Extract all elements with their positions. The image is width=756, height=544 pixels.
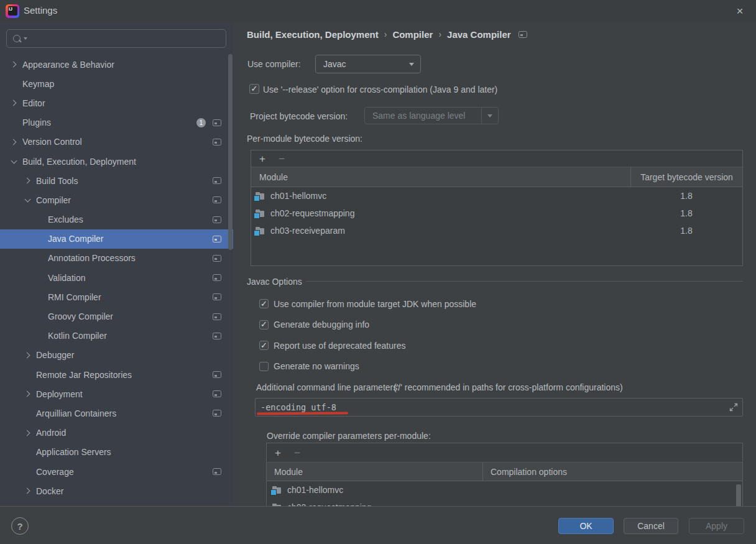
sidebar-item-keymap[interactable]: Keymap	[0, 74, 233, 93]
ide-setting-icon	[213, 119, 221, 126]
sidebar-item-rmi-compiler[interactable]: RMI Compiler	[0, 287, 233, 307]
check-icon: ✓	[260, 320, 267, 328]
table-row[interactable]: ch01-hellomvc1.8	[251, 187, 742, 205]
project-bytecode-value: Same as language level	[372, 111, 465, 121]
sidebar-item-debugger[interactable]: Debugger	[0, 346, 233, 365]
sidebar-item-validation[interactable]: Validation	[0, 268, 233, 287]
remove-button[interactable]: −	[279, 154, 285, 164]
table-row[interactable]: ch03-receiveparam1.8	[251, 222, 742, 239]
sidebar-item-annotation-processors[interactable]: Annotation Processors	[0, 249, 233, 268]
module-cell: ch03-receiveparam	[251, 226, 630, 236]
chevron-right-icon[interactable]	[22, 486, 32, 496]
checkbox-use-compiler-from-module-target-jdk-when-possible[interactable]: ✓	[259, 299, 269, 308]
sidebar-item-plugins[interactable]: Plugins1	[0, 113, 233, 132]
sidebar-item-editor[interactable]: Editor	[0, 93, 233, 113]
use-compiler-select[interactable]: Javac	[315, 55, 421, 73]
help-button[interactable]: ?	[11, 517, 29, 535]
chevron-right-icon[interactable]	[22, 350, 32, 360]
column-header-module[interactable]: Module	[251, 167, 630, 187]
javac-option-row: ✓Generate debugging info	[259, 315, 476, 336]
additional-params-value: -encoding utf-8	[256, 402, 336, 412]
column-header-module[interactable]: Module	[267, 463, 482, 481]
breadcrumb-item-java-compiler[interactable]: Java Compiler	[447, 29, 511, 40]
sidebar-item-coverage[interactable]: Coverage	[0, 462, 233, 481]
sidebar-item-android[interactable]: Android	[0, 423, 233, 443]
sidebar-item-label: Remote Jar Repositories	[36, 370, 132, 380]
dropdown-arrow-button	[481, 108, 498, 124]
java-compiler-page: Build, Execution, Deployment›Compiler›Ja…	[233, 22, 756, 506]
override-params-table: + − Module Compilation options ch01-hell…	[266, 443, 743, 506]
sidebar-item-label: Build Tools	[36, 176, 78, 186]
breadcrumb-item-build-execution-deployment[interactable]: Build, Execution, Deployment	[247, 29, 379, 40]
chevron-right-icon[interactable]	[9, 137, 19, 147]
chevron-right-icon[interactable]	[22, 428, 32, 438]
chevron-right-icon[interactable]	[9, 60, 19, 70]
chevron-right-icon	[9, 79, 19, 89]
sidebar-item-deployment[interactable]: Deployment	[0, 384, 233, 403]
table-row[interactable]: ch02-requestmapping1.8	[251, 205, 742, 222]
sidebar-item-label: Keymap	[22, 79, 54, 89]
remove-button[interactable]: −	[294, 448, 300, 458]
chevron-right-icon[interactable]	[22, 176, 32, 186]
target-version-cell: 1.8	[630, 191, 742, 201]
module-icon	[254, 209, 265, 218]
table-toolbar: + −	[251, 150, 742, 167]
breadcrumb-separator-icon: ›	[384, 29, 387, 39]
column-header-target-version[interactable]: Target bytecode version	[630, 167, 742, 187]
apply-button[interactable]: Apply	[689, 518, 744, 534]
target-version-value: 1.8	[680, 208, 692, 218]
javac-option-label: Generate no warnings	[274, 361, 359, 371]
sidebar-item-excludes[interactable]: Excludes	[0, 210, 233, 229]
release-option-checkbox[interactable]: ✓	[249, 84, 259, 94]
chevron-right-icon[interactable]	[9, 98, 19, 108]
close-icon[interactable]: ×	[733, 4, 747, 18]
sidebar-item-appearance-behavior[interactable]: Appearance & Behavior	[0, 55, 233, 74]
chevron-down-icon[interactable]	[22, 195, 32, 205]
ok-button[interactable]: OK	[558, 518, 614, 534]
checkbox-generate-no-warnings[interactable]	[259, 362, 269, 371]
search-input[interactable]	[6, 29, 226, 48]
sidebar-item-label: Kotlin Compiler	[48, 331, 107, 341]
sidebar-item-label: Docker	[36, 486, 63, 496]
sidebar-item-java-compiler[interactable]: Java Compiler	[0, 229, 233, 249]
chevron-right-icon[interactable]	[22, 389, 32, 399]
sidebar-item-label: Java Compiler	[48, 234, 103, 244]
table-row[interactable]: ch02-requestmapping	[267, 499, 742, 506]
sidebar-item-label: Debugger	[36, 350, 75, 360]
sidebar-item-build-tools[interactable]: Build Tools	[0, 171, 233, 190]
chevron-down-icon[interactable]	[9, 157, 19, 167]
sidebar-item-application-servers[interactable]: Application Servers	[0, 443, 233, 462]
check-icon: ✓	[260, 300, 267, 308]
expand-icon[interactable]	[729, 403, 738, 412]
sidebar-item-build-execution-deployment[interactable]: Build, Execution, Deployment	[0, 152, 233, 171]
table-row[interactable]: ch01-hellomvc	[267, 481, 742, 499]
sidebar-item-compiler[interactable]: Compiler	[0, 190, 233, 210]
add-button[interactable]: +	[259, 154, 265, 164]
title-bar: IJ Settings ×	[0, 0, 756, 22]
ide-setting-icon	[213, 410, 221, 417]
ide-setting-icon	[213, 236, 221, 242]
settings-sidebar: Appearance & BehaviorKeymapEditorPlugins…	[0, 22, 233, 506]
sidebar-item-label: Annotation Processors	[48, 253, 136, 263]
add-button[interactable]: +	[275, 448, 281, 458]
sidebar-item-version-control[interactable]: Version Control	[0, 132, 233, 152]
sidebar-item-label: Arquillian Containers	[36, 408, 116, 418]
sidebar-item-remote-jar-repositories[interactable]: Remote Jar Repositories	[0, 365, 233, 384]
intellij-logo-icon: IJ	[6, 4, 19, 18]
sidebar-scrollbar[interactable]	[228, 54, 233, 250]
cancel-button[interactable]: Cancel	[624, 518, 678, 534]
checkbox-generate-debugging-info[interactable]: ✓	[259, 320, 269, 330]
sidebar-item-label: Application Servers	[36, 447, 111, 457]
sidebar-item-arquillian-containers[interactable]: Arquillian Containers	[0, 403, 233, 423]
check-icon: ✓	[260, 341, 267, 349]
sidebar-item-label: Excludes	[48, 214, 83, 224]
sidebar-item-kotlin-compiler[interactable]: Kotlin Compiler	[0, 326, 233, 346]
settings-tree: Appearance & BehaviorKeymapEditorPlugins…	[0, 55, 233, 500]
sidebar-item-groovy-compiler[interactable]: Groovy Compiler	[0, 307, 233, 326]
checkbox-report-use-of-deprecated-features[interactable]: ✓	[259, 341, 269, 350]
table-scrollbar[interactable]	[736, 484, 741, 506]
breadcrumb-item-compiler[interactable]: Compiler	[392, 29, 433, 40]
column-header-compilation-options[interactable]: Compilation options	[482, 463, 742, 481]
override-params-label: Override compiler parameters per-module:	[267, 431, 431, 441]
sidebar-item-docker[interactable]: Docker	[0, 481, 233, 500]
